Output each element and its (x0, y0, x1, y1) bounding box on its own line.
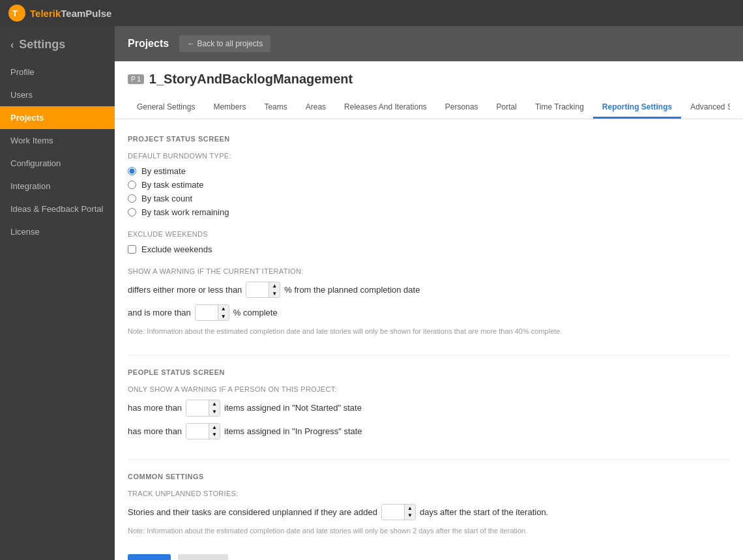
warning-row2-up[interactable]: ▲ (218, 305, 229, 313)
logo-text: TelerikTeamPulse (30, 8, 111, 19)
tab-members[interactable]: Members (204, 97, 255, 119)
warning-row1-spinner[interactable]: 20 ▲ ▼ (246, 282, 280, 298)
radio-by-estimate[interactable]: By estimate (128, 166, 730, 176)
radio-by-task-estimate[interactable]: By task estimate (128, 180, 730, 190)
track-row-up[interactable]: ▲ (405, 505, 415, 512)
sidebar-header: ‹ Settings (0, 26, 115, 61)
sidebar-item-projects[interactable]: Projects (0, 106, 115, 129)
common-settings-section: COMMON SETTINGS TRACK UNPLANNED STORIES:… (128, 473, 730, 535)
tab-advanced-settings[interactable]: Advanced Settings (681, 97, 730, 119)
radio-by-task-estimate-input[interactable] (128, 181, 136, 189)
track-row: Stories and their tasks are considered u… (128, 504, 730, 520)
svg-text:T: T (12, 8, 18, 18)
sidebar-nav: Profile Users Projects Work Items Config… (0, 61, 115, 243)
warning-row2-arrows: ▲ ▼ (218, 305, 229, 320)
radio-by-task-remaining-input[interactable] (128, 208, 136, 216)
back-to-projects-button[interactable]: ← Back to all projects (179, 35, 270, 52)
sidebar-item-users[interactable]: Users (0, 83, 115, 106)
radio-by-estimate-input[interactable] (128, 167, 136, 175)
common-settings-title: COMMON SETTINGS (128, 473, 730, 480)
people-row2-arrows: ▲ ▼ (209, 424, 220, 439)
warning-row2-pre: and is more than (128, 308, 191, 317)
exclude-weekends-text: Exclude weekends (141, 244, 212, 254)
top-bar: T TelerikTeamPulse (0, 0, 743, 26)
track-row-input[interactable]: 2 (382, 505, 404, 520)
warning-label: SHOW A WARNING IF THE CURRENT ITERATION: (128, 267, 730, 275)
cancel-button[interactable]: Cancel (178, 554, 227, 560)
people-row1: has more than 5 ▲ ▼ items assigned in "N… (128, 400, 730, 416)
project-status-section: PROJECT STATUS SCREEN DEFAULT BURNDOWN T… (128, 135, 730, 335)
exclude-weekends-input[interactable] (128, 245, 136, 254)
people-row1-post: items assigned in "Not Started" state (224, 403, 362, 413)
people-row2-pre: has more than (128, 426, 182, 436)
project-title-area: P 1 1_StoryAndBacklogManagement General … (115, 61, 743, 119)
warning-row2-spinner[interactable]: 40 ▲ ▼ (195, 304, 229, 321)
tab-areas[interactable]: Areas (297, 97, 335, 119)
track-row-arrows: ▲ ▼ (404, 505, 415, 520)
project-title: P 1 1_StoryAndBacklogManagement (128, 72, 730, 87)
tab-releases-iterations[interactable]: Releases And Iterations (335, 97, 436, 119)
form-buttons: Save Cancel (128, 554, 730, 560)
tab-portal[interactable]: Portal (488, 97, 526, 119)
warning-row1-post: % from the planned completion date (284, 285, 420, 295)
people-row1-input[interactable]: 5 (186, 400, 209, 415)
people-row2: has more than 3 ▲ ▼ items assigned in "I… (128, 423, 730, 439)
track-row-down[interactable]: ▼ (405, 512, 415, 520)
people-row2-spinner[interactable]: 3 ▲ ▼ (186, 423, 220, 439)
people-row2-post: items assigned in "In Progress" state (224, 426, 362, 436)
tab-personas[interactable]: Personas (436, 97, 488, 119)
burndown-label: DEFAULT BURNDOWN TYPE: (128, 152, 730, 160)
tab-time-tracking[interactable]: Time Tracking (526, 97, 593, 119)
sidebar-item-ideas-feedback[interactable]: Ideas & Feedback Portal (0, 198, 115, 220)
people-row1-pre: has more than (128, 403, 182, 413)
back-arrow-icon: ‹ (10, 39, 14, 51)
tab-general-settings[interactable]: General Settings (128, 97, 204, 119)
exclude-weekends-checkbox[interactable]: Exclude weekends (128, 244, 730, 254)
telerik-logo-icon: T (8, 4, 26, 22)
radio-by-task-remaining[interactable]: By task work remaining (128, 207, 730, 217)
sidebar-item-integration[interactable]: Integration (0, 175, 115, 198)
warning-row1-down[interactable]: ▼ (269, 290, 280, 298)
warning-row1-up[interactable]: ▲ (269, 282, 280, 290)
sidebar: ‹ Settings Profile Users Projects Work I… (0, 26, 115, 560)
project-name: 1_StoryAndBacklogManagement (149, 72, 353, 87)
tab-teams[interactable]: Teams (255, 97, 296, 119)
radio-by-task-count[interactable]: By task count (128, 194, 730, 203)
people-label: ONLY SHOW A WARNING IF A PERSON ON THIS … (128, 385, 730, 393)
warning-row1-pre: differs either more or less than (128, 285, 242, 295)
radio-by-estimate-label: By estimate (141, 166, 186, 176)
warning-row2-down[interactable]: ▼ (218, 313, 229, 321)
tabs-bar: General Settings Members Teams Areas Rel… (128, 97, 730, 119)
people-row2-up[interactable]: ▲ (209, 424, 220, 432)
warning-row2-post: % complete (233, 308, 278, 317)
track-row-spinner[interactable]: 2 ▲ ▼ (381, 504, 416, 520)
people-row1-arrows: ▲ ▼ (209, 400, 220, 415)
exclude-weekends-label: EXCLUDE WEEKENDS (128, 230, 730, 238)
warning-row2-input[interactable]: 40 (196, 305, 218, 320)
main-content: Projects ← Back to all projects P 1 1_St… (115, 26, 743, 560)
people-status-title: PEOPLE STATUS SCREEN (128, 368, 730, 376)
people-row1-up[interactable]: ▲ (209, 400, 220, 408)
sidebar-item-profile[interactable]: Profile (0, 61, 115, 83)
people-row1-spinner[interactable]: 5 ▲ ▼ (186, 400, 220, 416)
radio-by-task-count-label: By task count (141, 194, 192, 203)
warning-row1-input[interactable]: 20 (246, 282, 269, 297)
sidebar-item-work-items[interactable]: Work Items (0, 129, 115, 152)
track-note: Note: Information about the estimated co… (128, 527, 636, 535)
tab-reporting-settings[interactable]: Reporting Settings (593, 97, 681, 119)
sidebar-item-license[interactable]: License (0, 220, 115, 243)
track-row-pre: Stories and their tasks are considered u… (128, 507, 377, 517)
sidebar-title: Settings (19, 38, 65, 52)
section-sep-2 (128, 459, 730, 460)
burndown-radio-group: By estimate By task estimate By task cou… (128, 166, 730, 217)
people-row2-input[interactable]: 3 (186, 424, 209, 439)
people-status-section: PEOPLE STATUS SCREEN ONLY SHOW A WARNING… (128, 368, 730, 439)
radio-by-task-remaining-label: By task work remaining (141, 207, 229, 217)
section-sep-1 (128, 355, 730, 355)
sidebar-item-configuration[interactable]: Configuration (0, 152, 115, 175)
radio-by-task-count-input[interactable] (128, 194, 136, 203)
save-button[interactable]: Save (128, 554, 171, 560)
track-row-post: days after the start of the iteration. (420, 507, 548, 517)
people-row1-down[interactable]: ▼ (209, 408, 220, 416)
people-row2-down[interactable]: ▼ (209, 431, 220, 439)
